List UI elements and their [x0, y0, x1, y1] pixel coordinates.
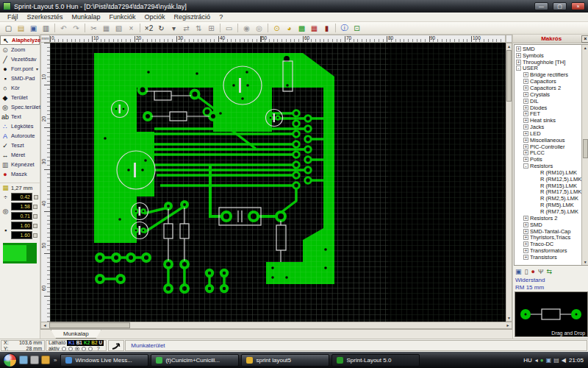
- expand-collapse-icon[interactable]: +: [523, 72, 528, 77]
- macro-tree-item[interactable]: + PLCC: [514, 150, 581, 157]
- tool-forrpont[interactable]: ● Forr.pont ▾: [0, 64, 40, 74]
- taskbar-cunicim[interactable]: (t)Cunicim+Cunicill...: [151, 354, 239, 367]
- macro-tree-item[interactable]: + Resistors 2: [514, 215, 581, 222]
- expand-collapse-icon[interactable]: -: [523, 163, 528, 169]
- macro-tree-item[interactable]: + Transformators: [514, 247, 581, 254]
- pad-drill-button[interactable]: [33, 214, 37, 219]
- start-button[interactable]: [3, 353, 17, 367]
- active-layer-radio[interactable]: [68, 347, 73, 351]
- photo-view-icon[interactable]: ◕: [283, 23, 295, 34]
- language-indicator[interactable]: HU: [523, 357, 532, 364]
- macro-tree-item[interactable]: + Transistors: [514, 254, 581, 261]
- pad-drill-value[interactable]: 0.71: [11, 212, 32, 220]
- redo-icon[interactable]: ↷: [70, 23, 82, 34]
- menu-szerkesztes[interactable]: Szerkesztés: [23, 13, 68, 21]
- layer-help[interactable]: ?: [97, 346, 100, 352]
- expand-collapse-icon[interactable]: +: [523, 235, 528, 240]
- copy-icon[interactable]: ▦: [100, 23, 112, 34]
- scroll-down-icon[interactable]: ▼: [507, 315, 511, 321]
- vertical-scroll-thumb[interactable]: [506, 50, 512, 102]
- probe-button[interactable]: [108, 340, 124, 351]
- macro-tree-item[interactable]: + DIL: [514, 98, 581, 105]
- macro-tree-item[interactable]: + Jacks: [514, 124, 581, 130]
- taskbar-windows-live-messenger[interactable]: Windows Live Mess...: [60, 354, 148, 367]
- layer-chip[interactable]: K2: [84, 340, 90, 346]
- minimize-button[interactable]: —: [534, 2, 548, 10]
- macro-tree-scrollbar[interactable]: ▲ ▼: [581, 45, 588, 265]
- macro-tree-item[interactable]: + SMD: [514, 222, 581, 228]
- macro-tree-item[interactable]: - USER: [514, 66, 581, 72]
- cut-icon[interactable]: ✂: [87, 23, 100, 34]
- layer-color-swatch[interactable]: [3, 243, 37, 263]
- macro-tree-item[interactable]: + Capacitors 2: [514, 85, 581, 91]
- separator[interactable]: [85, 24, 85, 32]
- sheet-tab[interactable]: Munkalap: [51, 330, 101, 339]
- expand-collapse-icon[interactable]: -: [516, 66, 521, 71]
- macro-tree-item[interactable]: + FET: [514, 110, 581, 117]
- macro-tree-item[interactable]: + Throughhole [TH]: [514, 59, 581, 66]
- macro-tree-item[interactable]: + Miscellaneous: [514, 137, 581, 144]
- tool-terulet[interactable]: ◆ Terület: [0, 93, 40, 102]
- menu-help[interactable]: ?: [215, 13, 227, 21]
- close-icon[interactable]: ×: [581, 35, 588, 43]
- macro-tree-item[interactable]: R (RM5).LMK: [514, 202, 581, 208]
- scroll-up-icon[interactable]: ▲: [507, 43, 511, 49]
- expand-collapse-icon[interactable]: +: [516, 46, 521, 52]
- tray-network-icon[interactable]: ▤: [553, 357, 559, 364]
- taskbar-sprint-layout-folder[interactable]: sprint layout5: [241, 354, 329, 367]
- quick-launch-chevron[interactable]: »: [54, 357, 57, 364]
- macro-save-icon[interactable]: ▣: [515, 268, 522, 275]
- zoom-tool-icon[interactable]: ⊙: [270, 23, 283, 34]
- macro-tree-item[interactable]: + Traco-DC: [514, 241, 581, 247]
- expand-collapse-icon[interactable]: +: [523, 124, 528, 130]
- separator[interactable]: [335, 24, 336, 32]
- scroll-right-icon[interactable]: ►: [504, 323, 512, 328]
- menu-regisztracio[interactable]: Regisztráció: [170, 13, 215, 21]
- mirror-horizontal-icon[interactable]: ⇄: [180, 23, 193, 34]
- tray-hide-icon[interactable]: ◂: [535, 357, 538, 364]
- layer-chip[interactable]: K1: [68, 340, 74, 346]
- expand-collapse-icon[interactable]: +: [523, 150, 528, 155]
- smd-height-value[interactable]: 1.60: [11, 231, 32, 239]
- close-button[interactable]: ×: [571, 2, 585, 10]
- expand-collapse-icon[interactable]: +: [523, 92, 528, 97]
- macro-tree-item[interactable]: R (RM10).LMK: [514, 169, 581, 176]
- macro-tree-item[interactable]: - Resistors: [514, 163, 581, 169]
- layer-chip[interactable]: U: [99, 340, 103, 346]
- tool-kepnezet[interactable]: ▥ Képnézet: [0, 160, 40, 169]
- footprint-icon[interactable]: ◉: [240, 23, 253, 34]
- menu-fajl[interactable]: Fájl: [3, 13, 23, 21]
- board-view-icon[interactable]: ▩: [295, 23, 308, 34]
- tool-legkotes[interactable]: ∴ Légkötés: [0, 121, 40, 131]
- expand-collapse-icon[interactable]: +: [523, 99, 528, 104]
- menu-opciok[interactable]: Opciók: [140, 13, 170, 21]
- expand-collapse-icon[interactable]: +: [523, 248, 528, 253]
- scroll-up-icon[interactable]: ▲: [584, 45, 587, 51]
- tool-smd-pad[interactable]: ▪ SMD-Pad: [0, 74, 40, 83]
- expand-collapse-icon[interactable]: +: [523, 255, 528, 260]
- rotate-icon[interactable]: ↻: [155, 23, 168, 34]
- tray-volume-icon[interactable]: ◀: [562, 357, 566, 364]
- tray-messenger-icon[interactable]: ●: [540, 357, 544, 364]
- expand-collapse-icon[interactable]: +: [523, 144, 528, 149]
- layer-chip[interactable]: B2: [91, 340, 97, 346]
- macro-tree-item[interactable]: + Symbols: [514, 52, 581, 59]
- macro-refresh-icon[interactable]: ⇆: [546, 268, 552, 275]
- expand-collapse-icon[interactable]: +: [523, 216, 528, 221]
- taskbar-sprint-layout-app[interactable]: Sprint-Layout 5.0: [331, 354, 420, 367]
- separator[interactable]: [237, 24, 238, 32]
- hotkeys-icon[interactable]: ▮: [320, 23, 333, 34]
- menu-munkalap[interactable]: Munkalap: [68, 13, 105, 21]
- save-icon[interactable]: ▣: [27, 23, 40, 34]
- macro-tree-item[interactable]: + PIC-Controller: [514, 144, 581, 150]
- active-layer-radio[interactable]: [88, 347, 93, 351]
- expand-collapse-icon[interactable]: +: [523, 138, 528, 143]
- menu-funkciok[interactable]: Funkciók: [105, 13, 140, 21]
- expand-collapse-icon[interactable]: +: [523, 105, 528, 110]
- tool-autoroute[interactable]: A Autoroute: [0, 131, 40, 141]
- macro-tree-item[interactable]: R (RM2,5).LMK: [514, 195, 581, 202]
- expand-collapse-icon[interactable]: +: [516, 60, 521, 65]
- smd-height-button[interactable]: [33, 233, 37, 238]
- tool-alaphelyzet[interactable]: ↖ Alaphelyzet: [0, 35, 40, 45]
- crop-icon[interactable]: ⊡: [351, 23, 363, 34]
